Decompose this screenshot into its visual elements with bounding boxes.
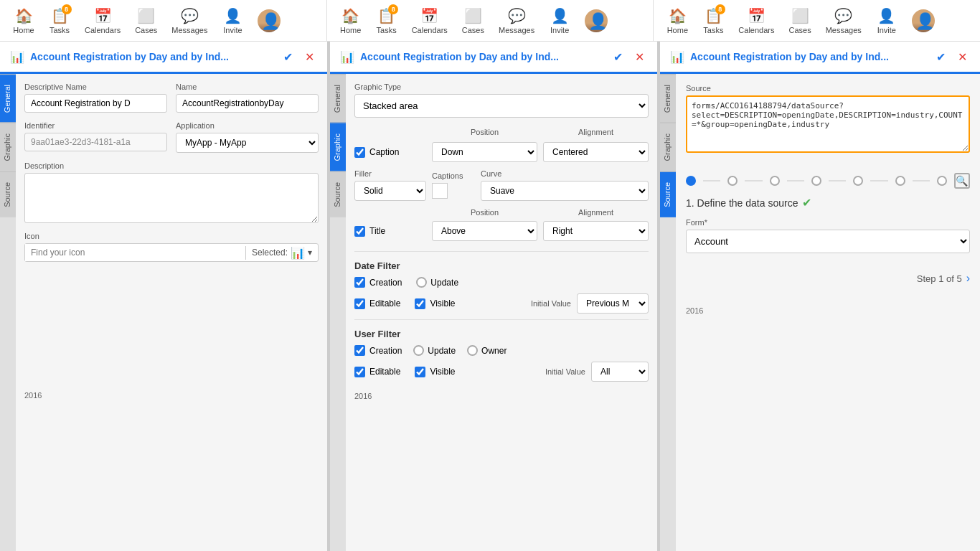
panel-1-confirm-button[interactable]: ✔ (280, 49, 296, 65)
date-visible-checkbox[interactable] (415, 298, 425, 309)
home-label-2: Home (340, 26, 361, 34)
user-update-radio-circle[interactable] (413, 345, 424, 356)
invite-label-1: Invite (223, 26, 242, 34)
captions-color-box[interactable] (432, 183, 448, 199)
user-creation-row: Creation (354, 345, 402, 356)
nav-cases-3[interactable]: ⬜ Cases (781, 4, 818, 37)
next-step-button[interactable]: › (966, 272, 970, 285)
nav-messages-3[interactable]: 💬 Messages (819, 4, 869, 37)
title-header-row: Position Alignment (354, 208, 649, 217)
nav-avatar-2[interactable] (578, 6, 615, 35)
date-initial-value-select[interactable]: Previous M Current M Last 7 days All (577, 293, 649, 314)
panel-2-tab-general[interactable]: General (330, 74, 346, 123)
panel-2-title: Account Registration by Day and by Ind..… (360, 51, 604, 62)
graphic-type-select[interactable]: Stacked area Bar Line Pie (354, 94, 649, 118)
cases-icon-1: ⬜ (137, 7, 155, 24)
nav-messages-1[interactable]: 💬 Messages (164, 4, 215, 37)
identifier-input[interactable] (24, 133, 167, 151)
progress-line-4 (829, 180, 846, 182)
panel-1-side-tabs: General Graphic Source (0, 74, 16, 551)
progress-search-button[interactable]: 🔍 (954, 173, 970, 189)
panel-3-tab-graphic[interactable]: Graphic (660, 123, 676, 171)
application-select[interactable]: MyApp - MyApp (176, 133, 319, 153)
user-initial-value-select[interactable]: All Mine My Team (591, 362, 649, 382)
date-creation-checkbox[interactable] (354, 277, 365, 288)
nav-invite-2[interactable]: 👤 Invite (542, 4, 578, 37)
nav-home-1[interactable]: 🏠 Home (6, 4, 42, 37)
nav-invite-3[interactable]: 👤 Invite (869, 4, 905, 37)
panel-1-name-group: Name (176, 83, 319, 113)
panel-1-tab-graphic[interactable]: Graphic (0, 123, 16, 171)
description-textarea[interactable] (24, 173, 319, 223)
panel-2-close-button[interactable]: ✕ (631, 49, 647, 65)
nav-cases-2[interactable]: ⬜ Cases (455, 4, 491, 37)
panel-2-confirm-button[interactable]: ✔ (610, 49, 626, 65)
title-position-select[interactable]: Above Below Left Right (432, 221, 537, 241)
nav-invite-1[interactable]: 👤 Invite (215, 4, 250, 37)
nav-tasks-2[interactable]: 📋8 Tasks (369, 4, 405, 37)
icon-chevron-icon[interactable]: ▾ (308, 248, 312, 258)
filler-select[interactable]: Solid Dashed Dotted (354, 181, 426, 201)
descriptive-name-input[interactable] (24, 94, 167, 113)
panel-3-close-button[interactable]: ✕ (954, 49, 970, 65)
icon-field: Selected: 📊 ▾ (24, 243, 319, 262)
user-editable-checkbox[interactable] (354, 367, 365, 377)
nav-avatar-1[interactable] (250, 6, 288, 35)
name-label: Name (176, 83, 319, 91)
calendars-label-1: Calendars (85, 26, 121, 34)
nav-cases-1[interactable]: ⬜ Cases (128, 4, 164, 37)
graphic-type-group: Graphic Type Stacked area Bar Line Pie (354, 83, 649, 118)
nav-home-3[interactable]: 🏠 Home (659, 4, 695, 37)
progress-dot-7 (937, 176, 947, 186)
caption-position-select[interactable]: Down Up Left Right (432, 142, 537, 162)
user-visible-checkbox[interactable] (415, 367, 425, 377)
panel-1-tab-source[interactable]: Source (0, 171, 16, 217)
source-textarea[interactable]: forms/ACCO1614188794/dataSource? select=… (686, 95, 970, 153)
title-checkbox-row: Title (354, 226, 426, 237)
curve-select[interactable]: Suave Linear Step (481, 181, 649, 201)
panel-2-tab-source[interactable]: Source (330, 171, 346, 217)
user-owner-radio-circle[interactable] (467, 345, 478, 356)
title-alignment-select[interactable]: Right Left Centered (543, 221, 649, 241)
user-creation-checkbox[interactable] (354, 345, 365, 356)
panel-1-application-group: Application MyApp - MyApp (176, 121, 319, 153)
panel-3-confirm-button[interactable]: ✔ (933, 49, 948, 65)
filler-group: Filler Solid Dashed Dotted (354, 169, 426, 201)
user-editable-row: Editable (354, 367, 400, 377)
step-label: Step 1 of 5 (917, 273, 962, 284)
nav-home-2[interactable]: 🏠 Home (333, 4, 369, 37)
nav-calendars-1[interactable]: 📅 Calendars (77, 4, 128, 37)
caption-checkbox[interactable] (354, 147, 365, 158)
icon-search-input[interactable] (25, 244, 245, 261)
date-update-radio-circle[interactable] (416, 277, 427, 288)
nav-tasks-3[interactable]: 📋8 Tasks (695, 4, 731, 37)
panel-1-tab-general[interactable]: General (0, 74, 16, 123)
messages-label-2: Messages (499, 26, 534, 34)
nav-messages-2[interactable]: 💬 Messages (491, 4, 542, 37)
caption-alignment-select[interactable]: Centered Left Right (543, 142, 649, 162)
progress-dot-4 (811, 176, 821, 186)
messages-icon-3: 💬 (834, 7, 852, 24)
date-editable-checkbox[interactable] (354, 298, 365, 309)
tasks-badge-1: 8 (62, 4, 72, 14)
invite-icon-1: 👤 (224, 7, 242, 24)
panel-2-tab-graphic[interactable]: Graphic (330, 123, 346, 171)
nav-calendars-3[interactable]: 📅 Calendars (731, 4, 781, 37)
top-nav: 🏠 Home 📋8 Tasks 📅 Calendars ⬜ Cases 💬 Me… (0, 0, 980, 42)
title-checkbox[interactable] (354, 226, 365, 237)
progress-line-2 (745, 180, 762, 182)
name-input[interactable] (176, 94, 319, 113)
panel-3-tab-general[interactable]: General (660, 74, 676, 123)
divider-2 (354, 319, 649, 320)
nav-calendars-2[interactable]: 📅 Calendars (405, 4, 455, 37)
form-select[interactable]: Account Contact Lead Opportunity (686, 230, 970, 253)
nav-avatar-3[interactable] (905, 6, 942, 35)
nav-tasks-1[interactable]: 📋8 Tasks (42, 4, 77, 37)
panel-3-tab-source[interactable]: Source (660, 171, 676, 217)
panel-1-descriptive-name-group: Descriptive Name (24, 83, 167, 113)
panel-1-close-button[interactable]: ✕ (301, 49, 317, 65)
source-label: Source (686, 84, 970, 93)
descriptive-name-label: Descriptive Name (24, 83, 167, 91)
panel-3-title: Account Registration by Day and by Ind..… (690, 51, 927, 62)
progress-line-6 (913, 180, 930, 182)
